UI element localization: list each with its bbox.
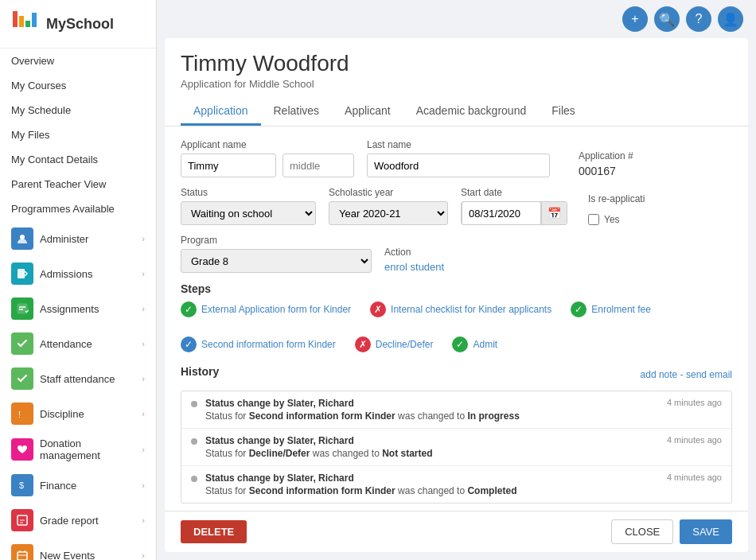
- history-body-0: Status for Second information form Kinde…: [205, 410, 722, 422]
- step-link-3[interactable]: Second information form Kinder: [201, 339, 336, 350]
- history-time-1: 4 minutes ago: [667, 435, 722, 445]
- tab-files[interactable]: Files: [539, 98, 588, 126]
- last-name-label: Last name: [367, 139, 550, 150]
- simple-nav: Overview My Courses My Schedule My Files…: [0, 49, 156, 221]
- scholastic-year-label: Scholastic year: [329, 187, 448, 198]
- last-name-input[interactable]: [367, 154, 550, 177]
- content-area: Timmy Woodford Application for Middle Sc…: [165, 38, 748, 552]
- form-row-status: Status Waiting on school Accepted Reject…: [181, 187, 732, 225]
- svg-rect-6: [18, 304, 27, 313]
- history-title: History: [181, 365, 219, 378]
- sidebar-item-discipline[interactable]: ! Discipline ›: [0, 396, 156, 431]
- history-content-0: Status change by Slater, Richard 4 minut…: [205, 398, 722, 422]
- add-button[interactable]: +: [622, 6, 648, 32]
- sidebar-item-donation-management[interactable]: Donation management ›: [0, 431, 156, 468]
- sidebar-item-new-events[interactable]: New Events ›: [0, 538, 156, 560]
- new-events-icon: [11, 544, 33, 560]
- step-item-2: ✓ Enrolment fee: [571, 301, 651, 317]
- history-item-1: Status change by Slater, Richard 4 minut…: [181, 429, 731, 466]
- program-select[interactable]: Grade 8 Grade 7 Grade 9: [181, 249, 372, 273]
- action-label: Action: [384, 247, 444, 258]
- svg-rect-2: [25, 21, 30, 27]
- status-group: Status Waiting on school Accepted Reject…: [181, 187, 316, 225]
- step-link-2[interactable]: Enrolment fee: [591, 304, 651, 315]
- sidebar-item-parent-teacher-view[interactable]: Parent Teacher View: [0, 172, 156, 196]
- history-row-0: Status change by Slater, Richard 4 minut…: [205, 398, 722, 409]
- yes-checkbox[interactable]: [588, 214, 599, 225]
- form-row-name: Applicant name Last name Application # 0…: [181, 139, 732, 177]
- tab-academic-background[interactable]: Academic background: [403, 98, 540, 126]
- step-icon-4: ✗: [355, 336, 371, 352]
- add-note-link[interactable]: add note: [641, 369, 678, 380]
- svg-text:$: $: [19, 480, 24, 490]
- sidebar-item-programmes-available[interactable]: Programmes Available: [0, 196, 156, 221]
- search-button[interactable]: 🔍: [654, 6, 680, 32]
- status-select[interactable]: Waiting on school Accepted Rejected: [181, 201, 316, 225]
- step-link-1[interactable]: Internal checklist for Kinder applicants: [391, 304, 551, 315]
- step-item-3: ✓ Second information form Kinder: [181, 336, 336, 352]
- main: + 🔍 ? 👤 Timmy Woodford Application for M…: [157, 0, 756, 560]
- application-number-label: Application #: [579, 150, 633, 161]
- finance-icon: $: [11, 474, 33, 496]
- reapplication-group: Is re-applicati Yes: [588, 193, 645, 225]
- tab-applicant[interactable]: Applicant: [332, 98, 403, 126]
- step-item-1: ✗ Internal checklist for Kinder applican…: [370, 301, 551, 317]
- applicant-name-label: Applicant name: [181, 139, 354, 150]
- calendar-button[interactable]: 📅: [541, 202, 567, 224]
- sidebar-item-attendance[interactable]: Attendance ›: [0, 326, 156, 361]
- sidebar-item-my-contact-details[interactable]: My Contact Details: [0, 147, 156, 172]
- middle-name-input[interactable]: [283, 154, 354, 177]
- history-title-2: Status change by Slater, Richard: [205, 472, 354, 484]
- step-link-5[interactable]: Admit: [473, 339, 497, 350]
- step-link-0[interactable]: External Application form for Kinder: [201, 304, 351, 315]
- user-button[interactable]: 👤: [718, 6, 743, 32]
- sidebar-item-staff-attendance[interactable]: Staff attendance ›: [0, 361, 156, 396]
- step-link-4[interactable]: Decline/Defer: [376, 339, 434, 350]
- sidebar-item-administer[interactable]: Administer ›: [0, 221, 156, 256]
- topbar: + 🔍 ? 👤: [157, 0, 756, 38]
- steps-title: Steps: [181, 282, 732, 295]
- chevron-icon: ›: [142, 480, 145, 490]
- save-button[interactable]: SAVE: [680, 519, 732, 544]
- history-row-1: Status change by Slater, Richard 4 minut…: [205, 435, 722, 446]
- applicant-name-group: Applicant name: [181, 139, 354, 177]
- sidebar-item-my-files[interactable]: My Files: [0, 122, 156, 147]
- delete-button[interactable]: DELETE: [181, 520, 247, 543]
- status-label: Status: [181, 187, 316, 198]
- reapplication-label: Is re-applicati: [588, 193, 645, 204]
- history-title-0: Status change by Slater, Richard: [205, 398, 354, 409]
- scholastic-year-group: Scholastic year Year 2020-21 Year 2021-2…: [329, 187, 448, 225]
- sidebar-item-admissions[interactable]: Admissions ›: [0, 256, 156, 291]
- chevron-icon: ›: [142, 234, 145, 243]
- sidebar-item-assignments[interactable]: Assignments ›: [0, 291, 156, 326]
- sidebar-item-finance[interactable]: $ Finance ›: [0, 468, 156, 503]
- scholastic-year-select[interactable]: Year 2020-21 Year 2021-22: [329, 201, 448, 225]
- content-header: Timmy Woodford Application for Middle Sc…: [165, 38, 748, 126]
- sidebar: MySchool Overview My Courses My Schedule…: [0, 0, 157, 560]
- sidebar-item-my-courses[interactable]: My Courses: [0, 73, 156, 98]
- step-icon-2: ✓: [571, 301, 586, 317]
- page-title: Timmy Woodford: [181, 51, 732, 76]
- sidebar-item-my-schedule[interactable]: My Schedule: [0, 98, 156, 122]
- discipline-icon: !: [11, 402, 33, 425]
- logo-icon: [11, 10, 40, 38]
- step-icon-3: ✓: [181, 336, 197, 352]
- start-date-input[interactable]: [462, 201, 541, 225]
- enrol-student-link[interactable]: enrol student: [384, 261, 444, 273]
- sidebar-item-grade-report[interactable]: Grade report ›: [0, 503, 156, 538]
- first-name-input[interactable]: [181, 154, 276, 177]
- tab-relatives[interactable]: Relatives: [261, 98, 333, 126]
- tab-application[interactable]: Application: [181, 98, 261, 126]
- help-button[interactable]: ?: [686, 6, 711, 32]
- history-box: Status change by Slater, Richard 4 minut…: [181, 391, 732, 504]
- steps-row: ✓ External Application form for Kinder ✗…: [181, 301, 732, 352]
- start-date-group: Start date 📅: [461, 187, 567, 225]
- application-number-group: Application # 000167: [579, 150, 633, 177]
- send-email-link[interactable]: send email: [686, 369, 732, 380]
- start-date-label: Start date: [461, 187, 567, 198]
- history-body-1: Status for Decline/Defer was changed to …: [205, 448, 722, 459]
- footer: DELETE CLOSE SAVE: [165, 511, 748, 552]
- page-subtitle: Application for Middle School: [181, 78, 732, 90]
- sidebar-item-overview[interactable]: Overview: [0, 49, 156, 73]
- close-button[interactable]: CLOSE: [611, 519, 673, 544]
